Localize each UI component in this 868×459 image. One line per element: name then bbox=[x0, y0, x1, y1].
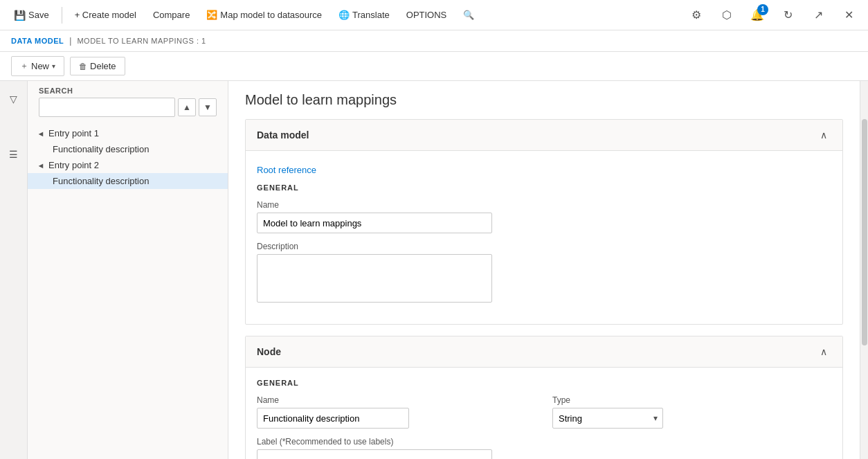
node-type-select-wrapper: String Integer Boolean Date List ▾ bbox=[552, 408, 663, 429]
root-reference-link[interactable]: Root reference bbox=[257, 162, 316, 183]
compare-label: Compare bbox=[153, 10, 190, 20]
save-button[interactable]: 💾 Save bbox=[7, 6, 56, 25]
right-panel: Model to learn mappings Data model ∧ Roo… bbox=[228, 81, 860, 459]
node-name-input[interactable] bbox=[257, 408, 409, 429]
map-icon: 🔀 bbox=[206, 10, 217, 20]
functionality-2-label: Functionality description bbox=[53, 176, 149, 186]
delete-icon: 🗑 bbox=[79, 62, 87, 71]
breadcrumb-data-model-link[interactable]: DATA MODEL bbox=[11, 37, 64, 45]
description-field-row: Description bbox=[257, 242, 831, 305]
save-label: Save bbox=[28, 10, 49, 20]
nav-up-button[interactable]: ▲ bbox=[178, 98, 196, 116]
search-row: ▲ ▼ bbox=[39, 98, 217, 117]
tree-item-entry-point-2[interactable]: ◄ Entry point 2 bbox=[28, 157, 228, 173]
office-icon: ⬡ bbox=[722, 8, 732, 21]
translate-label: Translate bbox=[352, 10, 390, 20]
main-layout: ▽ ☰ SEARCH ▲ ▼ ◄ Entry point 1 Functiona… bbox=[0, 81, 868, 459]
label-field-row: Label (*Recommended to use labels) bbox=[257, 437, 831, 459]
node-collapse-button[interactable]: ∧ bbox=[816, 345, 831, 359]
functionality-1-label: Functionality description bbox=[53, 144, 149, 154]
external-link-button[interactable]: ↗ bbox=[806, 3, 831, 28]
data-model-section-header: Data model ∧ bbox=[246, 120, 842, 151]
new-dropdown-arrow: ▾ bbox=[52, 62, 55, 70]
close-icon: ✕ bbox=[844, 8, 853, 21]
scrollbar-thumb bbox=[862, 119, 867, 346]
office-icon-button[interactable]: ⬡ bbox=[714, 3, 739, 28]
data-model-section-title: Data model bbox=[257, 129, 309, 141]
tree-container: ◄ Entry point 1 Functionality descriptio… bbox=[28, 123, 228, 459]
node-section-title: Node bbox=[257, 346, 281, 357]
options-label: OPTIONS bbox=[406, 10, 447, 20]
node-name-label: Name bbox=[257, 395, 536, 405]
node-type-col: . Type String Integer Boolean Date List … bbox=[552, 379, 831, 429]
settings-icon: ⚙ bbox=[691, 8, 701, 21]
create-model-label: + Create model bbox=[75, 10, 136, 20]
node-type-select[interactable]: String Integer Boolean Date List bbox=[552, 408, 663, 429]
data-model-collapse-button[interactable]: ∧ bbox=[816, 128, 831, 142]
search-toolbar-button[interactable]: 🔍 bbox=[456, 6, 481, 24]
icon-bar: ▽ ☰ bbox=[0, 81, 28, 459]
search-section: SEARCH ▲ ▼ bbox=[28, 81, 228, 123]
node-general-row: GENERAL Name . Type String Integer Boole… bbox=[257, 379, 831, 429]
data-model-general-label: GENERAL bbox=[257, 183, 831, 192]
tree-child-functionality-2[interactable]: Functionality description bbox=[28, 173, 228, 189]
data-model-section-body: Root reference GENERAL Name Description bbox=[246, 151, 842, 324]
description-field-label: Description bbox=[257, 242, 831, 251]
tree-item-entry-point-1[interactable]: ◄ Entry point 1 bbox=[28, 125, 228, 141]
options-button[interactable]: OPTIONS bbox=[399, 6, 454, 24]
toolbar-right: ⚙ ⬡ 🔔 1 ↻ ↗ ✕ bbox=[684, 3, 861, 28]
label-field-label: Label (*Recommended to use labels) bbox=[257, 437, 831, 447]
search-label: SEARCH bbox=[39, 87, 217, 95]
vertical-scrollbar[interactable] bbox=[860, 81, 868, 459]
menu-icon: ☰ bbox=[9, 149, 18, 160]
save-icon: 💾 bbox=[14, 10, 26, 21]
node-general-label: GENERAL bbox=[257, 379, 536, 387]
description-field-textarea[interactable] bbox=[257, 254, 492, 303]
delete-label: Delete bbox=[90, 61, 116, 71]
toolbar-separator-1 bbox=[62, 7, 62, 24]
menu-icon-button[interactable]: ☰ bbox=[1, 142, 26, 167]
tree-child-functionality-1[interactable]: Functionality description bbox=[28, 141, 228, 157]
settings-icon-button[interactable]: ⚙ bbox=[684, 3, 709, 28]
search-icon: 🔍 bbox=[463, 10, 474, 20]
node-type-label: Type bbox=[552, 395, 831, 405]
action-bar: ＋ New ▾ 🗑 Delete bbox=[0, 52, 868, 81]
search-input[interactable] bbox=[39, 98, 175, 117]
node-section: Node ∧ GENERAL Name . Type Stri bbox=[245, 336, 843, 459]
entry-point-2-label: Entry point 2 bbox=[48, 160, 99, 170]
map-to-datasource-button[interactable]: 🔀 Map model to datasource bbox=[199, 6, 329, 24]
breadcrumb-separator: | bbox=[69, 36, 71, 46]
refresh-button[interactable]: ↻ bbox=[775, 3, 800, 28]
name-field-label: Name bbox=[257, 200, 831, 210]
new-button[interactable]: ＋ New ▾ bbox=[11, 56, 64, 76]
name-field-input[interactable] bbox=[257, 213, 492, 233]
delete-button[interactable]: 🗑 Delete bbox=[70, 57, 125, 75]
new-label: New bbox=[31, 61, 49, 71]
notification-button[interactable]: 🔔 1 bbox=[745, 3, 770, 28]
notification-area: 🔔 1 bbox=[745, 3, 770, 28]
plus-icon: ＋ bbox=[20, 60, 28, 72]
compare-button[interactable]: Compare bbox=[146, 6, 197, 24]
label-field-input[interactable] bbox=[257, 449, 492, 459]
create-model-button[interactable]: + Create model bbox=[68, 6, 143, 24]
expand-icon-1: ◄ bbox=[36, 129, 46, 138]
toolbar: 💾 Save + Create model Compare 🔀 Map mode… bbox=[0, 0, 868, 30]
translate-button[interactable]: 🌐 Translate bbox=[332, 6, 397, 24]
notification-badge: 1 bbox=[757, 4, 768, 15]
entry-point-1-label: Entry point 1 bbox=[48, 128, 99, 138]
node-section-body: GENERAL Name . Type String Integer Boole… bbox=[246, 368, 842, 459]
map-to-datasource-label: Map model to datasource bbox=[220, 10, 322, 20]
filter-icon-button[interactable]: ▽ bbox=[1, 87, 26, 111]
filter-icon: ▽ bbox=[10, 93, 17, 105]
breadcrumb: DATA MODEL | MODEL TO LEARN MAPPINGS : 1 bbox=[0, 30, 868, 52]
name-field-row: Name bbox=[257, 200, 831, 233]
node-section-header: Node ∧ bbox=[246, 336, 842, 368]
translate-icon: 🌐 bbox=[338, 10, 350, 20]
nav-down-button[interactable]: ▼ bbox=[199, 98, 217, 116]
data-model-section: Data model ∧ Root reference GENERAL Name… bbox=[245, 119, 843, 325]
external-link-icon: ↗ bbox=[814, 8, 823, 21]
close-button[interactable]: ✕ bbox=[836, 3, 861, 28]
expand-icon-2: ◄ bbox=[36, 161, 46, 170]
node-type-spacer: . bbox=[552, 379, 831, 387]
node-name-col: GENERAL Name bbox=[257, 379, 536, 429]
